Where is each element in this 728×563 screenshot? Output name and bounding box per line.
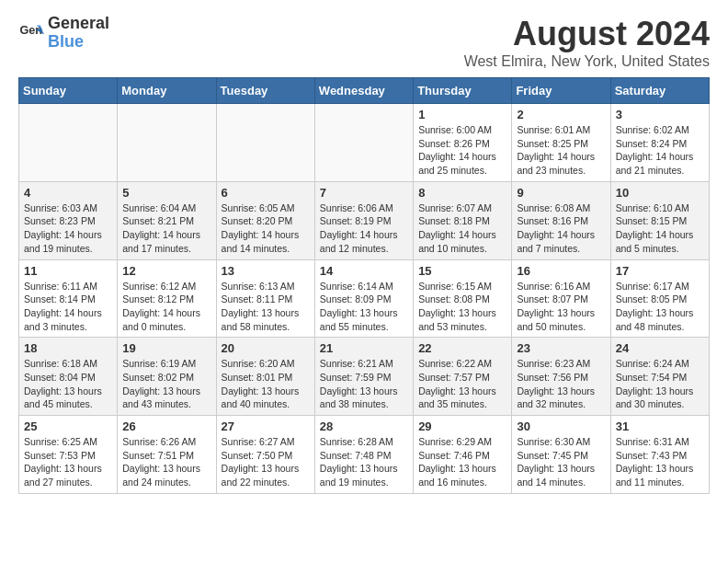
day-info: Sunrise: 6:25 AM Sunset: 7:53 PM Dayligh…: [24, 435, 112, 489]
day-info: Sunrise: 6:18 AM Sunset: 8:04 PM Dayligh…: [24, 357, 112, 411]
day-info: Sunrise: 6:26 AM Sunset: 7:51 PM Dayligh…: [122, 435, 210, 489]
day-number: 8: [418, 186, 506, 200]
calendar-table: SundayMondayTuesdayWednesdayThursdayFrid…: [18, 77, 710, 494]
day-cell: 6Sunrise: 6:05 AM Sunset: 8:20 PM Daylig…: [216, 181, 314, 259]
day-number: 12: [122, 264, 210, 278]
day-cell: 9Sunrise: 6:08 AM Sunset: 8:16 PM Daylig…: [512, 181, 610, 259]
day-cell: 14Sunrise: 6:14 AM Sunset: 8:09 PM Dayli…: [314, 259, 413, 338]
day-number: 18: [24, 341, 112, 355]
day-cell: 19Sunrise: 6:19 AM Sunset: 8:02 PM Dayli…: [118, 338, 216, 416]
day-info: Sunrise: 6:08 AM Sunset: 8:16 PM Dayligh…: [517, 201, 605, 256]
day-cell: 28Sunrise: 6:28 AM Sunset: 7:48 PM Dayli…: [314, 416, 413, 494]
day-cell: 7Sunrise: 6:06 AM Sunset: 8:19 PM Daylig…: [314, 181, 413, 259]
week-row-3: 11Sunrise: 6:11 AM Sunset: 8:14 PM Dayli…: [19, 259, 710, 338]
day-number: 7: [320, 186, 408, 200]
day-cell: 26Sunrise: 6:26 AM Sunset: 7:51 PM Dayli…: [118, 416, 216, 494]
day-number: 13: [222, 264, 310, 278]
day-info: Sunrise: 6:03 AM Sunset: 8:23 PM Dayligh…: [24, 201, 112, 256]
day-cell: 23Sunrise: 6:23 AM Sunset: 7:56 PM Dayli…: [512, 338, 610, 416]
day-number: 10: [616, 186, 704, 200]
day-number: 28: [320, 419, 408, 433]
day-number: 14: [320, 264, 408, 278]
week-row-5: 25Sunrise: 6:25 AM Sunset: 7:53 PM Dayli…: [19, 416, 710, 494]
day-info: Sunrise: 6:27 AM Sunset: 7:50 PM Dayligh…: [222, 435, 310, 489]
logo: Gen General Blue: [18, 15, 109, 52]
day-cell: 1Sunrise: 6:00 AM Sunset: 8:26 PM Daylig…: [414, 104, 512, 182]
day-cell: [314, 104, 413, 182]
logo-icon: Gen: [18, 20, 44, 46]
day-info: Sunrise: 6:11 AM Sunset: 8:14 PM Dayligh…: [24, 280, 112, 334]
day-info: Sunrise: 6:13 AM Sunset: 8:11 PM Dayligh…: [222, 280, 310, 334]
day-number: 15: [418, 264, 506, 278]
day-cell: 31Sunrise: 6:31 AM Sunset: 7:43 PM Dayli…: [610, 416, 709, 494]
day-number: 2: [517, 108, 605, 121]
day-number: 23: [517, 341, 605, 355]
day-number: 5: [122, 186, 210, 200]
day-number: 27: [222, 419, 310, 433]
day-cell: 17Sunrise: 6:17 AM Sunset: 8:05 PM Dayli…: [610, 259, 709, 338]
day-number: 30: [517, 419, 605, 433]
day-number: 29: [418, 419, 506, 433]
header-monday: Monday: [118, 78, 216, 104]
day-cell: 16Sunrise: 6:16 AM Sunset: 8:07 PM Dayli…: [512, 259, 610, 338]
header: Gen General Blue August 2024 West Elmira…: [18, 15, 710, 70]
day-info: Sunrise: 6:19 AM Sunset: 8:02 PM Dayligh…: [122, 357, 210, 411]
header-wednesday: Wednesday: [314, 78, 413, 104]
day-info: Sunrise: 6:23 AM Sunset: 7:56 PM Dayligh…: [517, 357, 605, 411]
day-number: 25: [24, 419, 112, 433]
day-info: Sunrise: 6:07 AM Sunset: 8:18 PM Dayligh…: [418, 201, 506, 256]
day-cell: 10Sunrise: 6:10 AM Sunset: 8:15 PM Dayli…: [610, 181, 709, 259]
day-cell: 8Sunrise: 6:07 AM Sunset: 8:18 PM Daylig…: [414, 181, 512, 259]
day-number: 6: [222, 186, 310, 200]
header-saturday: Saturday: [610, 78, 709, 104]
day-cell: 21Sunrise: 6:21 AM Sunset: 7:59 PM Dayli…: [314, 338, 413, 416]
day-info: Sunrise: 6:31 AM Sunset: 7:43 PM Dayligh…: [616, 435, 704, 489]
title-section: August 2024 West Elmira, New York, Unite…: [464, 15, 710, 70]
day-cell: 5Sunrise: 6:04 AM Sunset: 8:21 PM Daylig…: [118, 181, 216, 259]
location-title: West Elmira, New York, United States: [464, 53, 710, 70]
header-friday: Friday: [512, 78, 610, 104]
day-info: Sunrise: 6:05 AM Sunset: 8:20 PM Dayligh…: [222, 201, 310, 256]
day-info: Sunrise: 6:30 AM Sunset: 7:45 PM Dayligh…: [517, 435, 605, 489]
day-cell: 20Sunrise: 6:20 AM Sunset: 8:01 PM Dayli…: [216, 338, 314, 416]
day-info: Sunrise: 6:17 AM Sunset: 8:05 PM Dayligh…: [616, 280, 704, 334]
day-number: 4: [24, 186, 112, 200]
day-cell: 11Sunrise: 6:11 AM Sunset: 8:14 PM Dayli…: [19, 259, 118, 338]
day-info: Sunrise: 6:04 AM Sunset: 8:21 PM Dayligh…: [122, 201, 210, 256]
day-cell: 18Sunrise: 6:18 AM Sunset: 8:04 PM Dayli…: [19, 338, 118, 416]
day-number: 26: [122, 419, 210, 433]
day-info: Sunrise: 6:06 AM Sunset: 8:19 PM Dayligh…: [320, 201, 408, 256]
day-number: 19: [122, 341, 210, 355]
day-number: 16: [517, 264, 605, 278]
day-info: Sunrise: 6:16 AM Sunset: 8:07 PM Dayligh…: [517, 280, 605, 334]
day-number: 17: [616, 264, 704, 278]
day-cell: 3Sunrise: 6:02 AM Sunset: 8:24 PM Daylig…: [610, 104, 709, 182]
week-row-1: 1Sunrise: 6:00 AM Sunset: 8:26 PM Daylig…: [19, 104, 710, 182]
day-number: 31: [616, 419, 704, 433]
day-number: 21: [320, 341, 408, 355]
day-cell: 13Sunrise: 6:13 AM Sunset: 8:11 PM Dayli…: [216, 259, 314, 338]
day-info: Sunrise: 6:22 AM Sunset: 7:57 PM Dayligh…: [418, 357, 506, 411]
day-info: Sunrise: 6:10 AM Sunset: 8:15 PM Dayligh…: [616, 201, 704, 256]
day-cell: 29Sunrise: 6:29 AM Sunset: 7:46 PM Dayli…: [414, 416, 512, 494]
day-cell: [19, 104, 118, 182]
logo-text-line1: General: [48, 15, 109, 33]
day-info: Sunrise: 6:00 AM Sunset: 8:26 PM Dayligh…: [418, 123, 506, 178]
week-row-2: 4Sunrise: 6:03 AM Sunset: 8:23 PM Daylig…: [19, 181, 710, 259]
day-number: 11: [24, 264, 112, 278]
day-number: 1: [418, 108, 506, 121]
day-info: Sunrise: 6:12 AM Sunset: 8:12 PM Dayligh…: [122, 280, 210, 334]
header-tuesday: Tuesday: [216, 78, 314, 104]
day-number: 22: [418, 341, 506, 355]
day-number: 3: [616, 108, 704, 121]
day-cell: [118, 104, 216, 182]
day-info: Sunrise: 6:28 AM Sunset: 7:48 PM Dayligh…: [320, 435, 408, 489]
day-info: Sunrise: 6:15 AM Sunset: 8:08 PM Dayligh…: [418, 280, 506, 334]
logo-text-line2: Blue: [48, 33, 109, 52]
day-cell: 22Sunrise: 6:22 AM Sunset: 7:57 PM Dayli…: [414, 338, 512, 416]
day-info: Sunrise: 6:14 AM Sunset: 8:09 PM Dayligh…: [320, 280, 408, 334]
day-info: Sunrise: 6:02 AM Sunset: 8:24 PM Dayligh…: [616, 123, 704, 178]
day-cell: 2Sunrise: 6:01 AM Sunset: 8:25 PM Daylig…: [512, 104, 610, 182]
week-row-4: 18Sunrise: 6:18 AM Sunset: 8:04 PM Dayli…: [19, 338, 710, 416]
calendar-header-row: SundayMondayTuesdayWednesdayThursdayFrid…: [19, 78, 710, 104]
